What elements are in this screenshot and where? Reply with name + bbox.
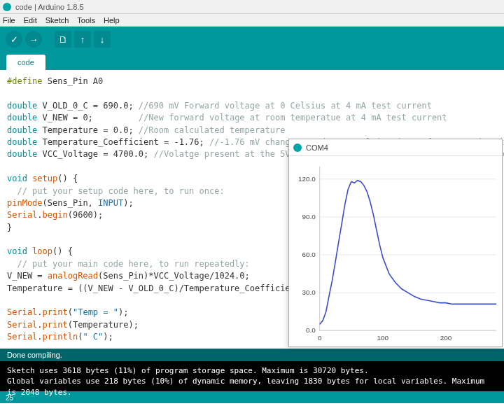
check-icon: ✓ — [10, 34, 18, 45]
svg-text:100: 100 — [377, 334, 389, 342]
arrow-right-icon: → — [29, 34, 38, 45]
console-line: Sketch uses 3618 bytes (11%) of program … — [7, 365, 497, 376]
plot-svg: 0.030.060.090.0120.00100200 — [289, 156, 502, 348]
menu-edit[interactable]: Edit — [24, 16, 37, 24]
svg-text:30.0: 30.0 — [302, 288, 316, 296]
window-titlebar: code | Arduino 1.8.5 — [0, 0, 504, 14]
plotter-titlebar: COM4 — [289, 139, 502, 156]
toolbar: ✓ → 🗋 ↑ ↓ — [0, 27, 504, 52]
svg-text:0.0: 0.0 — [306, 326, 316, 334]
arrow-up-icon: ↑ — [80, 34, 85, 45]
menu-sketch[interactable]: Sketch — [46, 16, 69, 24]
window-title: code | Arduino 1.8.5 — [15, 3, 84, 11]
file-icon: 🗋 — [59, 34, 68, 45]
arrow-down-icon: ↓ — [100, 34, 105, 45]
arduino-logo-icon — [293, 144, 302, 152]
verify-button[interactable]: ✓ — [6, 31, 22, 48]
svg-text:60.0: 60.0 — [302, 251, 316, 258]
svg-text:120.0: 120.0 — [298, 175, 316, 183]
menu-tools[interactable]: Tools — [77, 16, 95, 24]
serial-plotter-window[interactable]: COM4 0.030.060.090.0120.00100200 — [288, 139, 503, 347]
line-number: 25 — [6, 394, 13, 402]
console-output: Sketch uses 3618 bytes (11%) of program … — [0, 361, 504, 392]
open-button[interactable]: ↑ — [74, 31, 91, 48]
menu-help[interactable]: Help — [104, 16, 120, 24]
plotter-title: COM4 — [306, 144, 328, 152]
tab-code[interactable]: code — [6, 54, 46, 70]
svg-text:200: 200 — [440, 334, 452, 342]
footer-bar: 25 — [0, 392, 504, 403]
svg-text:90.0: 90.0 — [302, 213, 316, 220]
new-sketch-button[interactable]: 🗋 — [55, 31, 71, 48]
compile-status-text: Done compiling. — [7, 351, 62, 359]
compile-status-bar: Done compiling. — [0, 349, 504, 361]
menu-bar: File Edit Sketch Tools Help — [0, 14, 504, 27]
svg-text:0: 0 — [318, 334, 322, 342]
save-button[interactable]: ↓ — [94, 31, 111, 48]
tab-bar: code — [0, 52, 504, 70]
arduino-logo-icon — [3, 3, 11, 11]
plot-area: 0.030.060.090.0120.00100200 — [289, 156, 502, 348]
menu-file[interactable]: File — [3, 16, 15, 24]
upload-button[interactable]: → — [25, 31, 42, 48]
